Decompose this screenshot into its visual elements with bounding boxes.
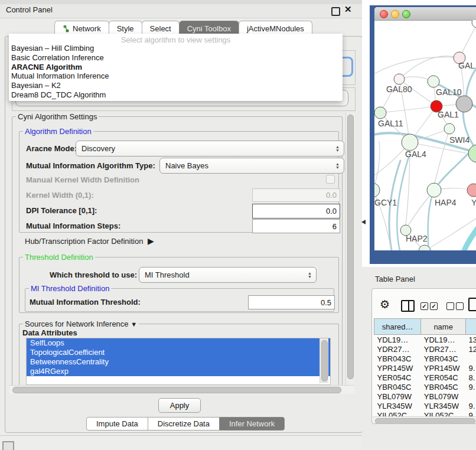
tab-label: Select [150, 24, 171, 33]
table-header-row: shared…nameA [374, 319, 476, 335]
sources-title[interactable]: Sources for Network Inference ▼ [23, 319, 139, 328]
table-cell: YER054C [421, 373, 466, 382]
manual-kernel-checkbox[interactable] [326, 175, 335, 184]
column-view-icon[interactable] [401, 300, 415, 312]
control-panel-titlebar: Control Panel ✕ [0, 0, 366, 18]
network-node-gal4[interactable] [402, 134, 418, 151]
unchecked-checkbox-icon[interactable] [446, 302, 454, 310]
table-horizontal-scrollbar[interactable] [373, 416, 476, 424]
minimize-traffic-light-icon[interactable] [391, 10, 399, 18]
aracne-mode-label: Aracne Mode: [26, 144, 77, 153]
algorithm-option[interactable]: Bayesian – K2 [9, 81, 343, 90]
data-attributes-list[interactable]: SelfLoopsTopologicalCoefficientBetweenne… [26, 338, 331, 385]
mi-steps-field[interactable]: 6 [252, 219, 340, 233]
float-panel-icon[interactable] [331, 7, 340, 16]
settings-hscroll-thumb[interactable] [12, 387, 341, 393]
zoom-traffic-light-icon[interactable] [402, 10, 410, 18]
table-row[interactable]: YDR27…YDR27…12 [374, 344, 476, 354]
attribute-item[interactable]: SelfLoops [27, 338, 330, 348]
algorithm-option[interactable]: Basic Correlation Inference [9, 53, 343, 63]
algorithm-placeholder: Select algorithm to view settings [9, 34, 343, 44]
kernel-width-label: Kernel Width (0,1): [26, 191, 94, 200]
algorithm-option[interactable]: ARACNE Algorithm [9, 63, 343, 72]
settings-horizontal-scrollbar[interactable] [9, 385, 354, 394]
table-cell: YDL19… [374, 335, 421, 345]
node-label-gal: GAL [458, 61, 475, 70]
which-threshold-combobox[interactable]: MI Threshold ▲▼ [139, 267, 317, 283]
table-cell: YBR043C [374, 354, 421, 363]
column-header-a[interactable]: A [466, 319, 476, 335]
network-node-gcy1[interactable] [374, 183, 380, 197]
apply-button[interactable]: Apply [158, 398, 201, 413]
network-icon [63, 25, 70, 33]
data-attributes-label: Data Attributes [22, 328, 77, 337]
hub-definition-toggle[interactable]: Hub/Transcription Factor Definition ▶ [25, 236, 154, 246]
table-row[interactable]: YDL19…YDL19…13 [374, 335, 476, 345]
algorithm-option[interactable]: Mutual Information Inference [9, 71, 343, 81]
algorithm-option[interactable]: Bayesian – Hill Climbing [9, 44, 343, 53]
network-node-swi4[interactable] [444, 123, 455, 134]
panel-title: Control Panel [6, 5, 53, 14]
table-hscroll-thumb[interactable] [375, 418, 475, 424]
node-label-gal11: GAL11 [378, 119, 403, 128]
node-label-gal10: GAL10 [436, 87, 462, 97]
gear-icon[interactable]: ⚙ [380, 298, 390, 311]
table-cell: YBR043C [421, 354, 466, 363]
network-edge [399, 56, 459, 79]
network-node[interactable] [468, 145, 476, 162]
algorithm-options: Bayesian – Hill ClimbingBasic Correlatio… [9, 44, 343, 100]
mi-type-combobox[interactable]: Naive Bayes ▲▼ [159, 158, 344, 174]
attributes-vscroll-thumb[interactable] [321, 340, 328, 381]
network-node-gal10[interactable] [428, 76, 439, 87]
network-node-gal80[interactable] [394, 74, 405, 84]
network-node[interactable] [472, 20, 476, 28]
unchecked-checkbox-icon[interactable] [456, 302, 464, 310]
tab-infer-network[interactable]: Infer Network [219, 417, 285, 431]
table-row[interactable]: YER054CYER054C8. [374, 373, 476, 382]
minimized-panel-icon[interactable] [2, 441, 14, 450]
mi-threshold-field[interactable]: 0.5 [248, 295, 335, 309]
aracne-mode-combobox[interactable]: Discovery ▲▼ [76, 141, 344, 156]
network-window[interactable]: GALGAL80GAL10GAL1GAL11SWI4GAL4GCY1HAP4YH… [374, 7, 476, 250]
table-row[interactable]: YPR145WYPR145W9. [374, 363, 476, 373]
network-canvas[interactable]: GALGAL80GAL10GAL1GAL11SWI4GAL4GCY1HAP4YH… [374, 20, 476, 250]
table-row[interactable]: YBR045CYBR045C9. [374, 382, 476, 392]
collapsed-arrow-icon: ▶ [145, 236, 154, 246]
tab-discretize-data[interactable]: Discretize Data [148, 417, 220, 431]
attribute-item[interactable]: TopologicalCoefficient [27, 348, 330, 357]
node-label-gal80: GAL80 [386, 84, 412, 94]
network-node-gal11[interactable] [374, 107, 386, 119]
new-table-icon[interactable] [468, 298, 476, 311]
close-icon[interactable]: ✕ [344, 4, 352, 15]
network-edge [374, 141, 380, 190]
close-traffic-light-icon[interactable] [380, 10, 388, 18]
node-attribute-table[interactable]: shared…nameA YDL19…YDL19…13YDR27…YDR27…1… [374, 318, 476, 420]
kernel-width-field[interactable]: 0.0 [252, 188, 340, 202]
network-node-y[interactable] [467, 184, 476, 197]
table-cell: YER054C [374, 373, 421, 382]
dpi-tolerance-field[interactable]: 0.0 [252, 204, 340, 219]
attribute-item[interactable]: BetweennessCentrality [27, 357, 330, 367]
checked-checkbox-icon[interactable]: ✓ [420, 302, 428, 310]
table-cell: YBR045C [374, 382, 421, 392]
attribute-item[interactable]: gal4RGexp [27, 367, 330, 376]
table-row[interactable]: YLR345WYLR345W9. [374, 401, 476, 410]
network-edge [374, 57, 459, 76]
settings-vertical-scrollbar[interactable] [345, 112, 355, 391]
network-node-hap4[interactable] [427, 183, 441, 197]
table-row[interactable]: YBR043CYBR043C [374, 354, 476, 363]
settings-vscroll-thumb[interactable] [347, 115, 354, 379]
table-row[interactable]: YBL079WYBL079W [374, 392, 476, 401]
attributes-vscrollbar[interactable] [319, 338, 328, 383]
column-header-shared-[interactable]: shared… [374, 319, 421, 335]
column-header-name[interactable]: name [421, 319, 466, 335]
algorithm-option[interactable]: Dream8 DC_TDC Algorithm [9, 90, 343, 100]
tab-impute-data[interactable]: Impute Data [86, 417, 148, 431]
mi-type-label: Mutual Information Algorithm Type: [26, 161, 155, 170]
table-cell: YPR145W [374, 363, 421, 373]
network-window-titlebar[interactable] [374, 7, 476, 21]
checked-checkbox-icon[interactable]: ✓ [430, 302, 438, 310]
table-cell: 8. [466, 373, 476, 382]
table-cell: 9. [466, 363, 476, 373]
titlebar-top-strip [0, 0, 366, 4]
